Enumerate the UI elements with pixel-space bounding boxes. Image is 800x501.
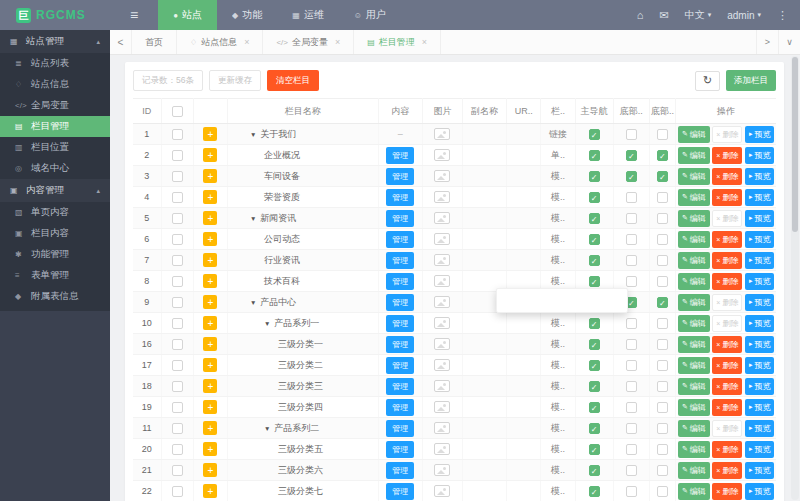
home-icon[interactable]: ⌂	[637, 9, 644, 21]
sidebar-item-站点列表[interactable]: ≣站点列表	[0, 53, 110, 74]
edit-button[interactable]: ✎编辑	[678, 147, 710, 164]
sidebar-item-全局变量[interactable]: </>全局变量	[0, 95, 110, 116]
bottom-nav-1-checkbox[interactable]	[626, 192, 637, 203]
preview-button[interactable]: ▸预览	[745, 399, 775, 416]
bottom-nav-2-checkbox[interactable]	[657, 339, 668, 350]
row-select-checkbox[interactable]	[172, 465, 183, 476]
bottom-nav-2-checkbox[interactable]	[657, 486, 668, 497]
row-select-checkbox[interactable]	[172, 213, 183, 224]
delete-button[interactable]: ×删除	[712, 441, 742, 458]
image-icon[interactable]	[434, 338, 450, 350]
edit-button[interactable]: ✎编辑	[678, 252, 710, 269]
image-icon[interactable]	[434, 296, 450, 308]
image-icon[interactable]	[434, 191, 450, 203]
bottom-nav-2-checkbox[interactable]	[657, 423, 668, 434]
sidebar-item-功能管理[interactable]: ✱功能管理	[0, 244, 110, 265]
add-child-button[interactable]: +	[203, 295, 217, 309]
image-icon[interactable]	[434, 212, 450, 224]
bottom-nav-1-checkbox[interactable]: ✓	[626, 171, 637, 182]
delete-button[interactable]: ×删除	[712, 399, 742, 416]
image-icon[interactable]	[434, 422, 450, 434]
row-select-checkbox[interactable]	[172, 486, 183, 497]
main-nav-checkbox[interactable]: ✓	[589, 213, 600, 224]
main-nav-checkbox[interactable]: ✓	[589, 192, 600, 203]
add-child-button[interactable]: +	[203, 337, 217, 351]
bottom-nav-1-checkbox[interactable]	[626, 423, 637, 434]
close-icon[interactable]: ×	[244, 37, 249, 47]
manage-content-button[interactable]: 管理	[386, 462, 414, 479]
bottom-nav-1-checkbox[interactable]	[626, 465, 637, 476]
bottom-nav-2-checkbox[interactable]	[657, 129, 668, 140]
bottom-nav-1-checkbox[interactable]	[626, 255, 637, 266]
delete-button[interactable]: ×删除	[712, 273, 742, 290]
preview-button[interactable]: ▸预览	[745, 210, 775, 227]
record-count-button[interactable]: 记录数：56条	[133, 70, 203, 91]
manage-content-button[interactable]: 管理	[386, 168, 414, 185]
edit-button[interactable]: ✎编辑	[678, 315, 710, 332]
row-select-checkbox[interactable]	[172, 297, 183, 308]
manage-content-button[interactable]: 管理	[386, 147, 414, 164]
image-icon[interactable]	[434, 464, 450, 476]
sidebar-section-站点管理[interactable]: ▦站点管理▴	[0, 30, 110, 53]
image-icon[interactable]	[434, 149, 450, 161]
preview-button[interactable]: ▸预览	[745, 126, 775, 143]
main-nav-checkbox[interactable]: ✓	[589, 234, 600, 245]
manage-content-button[interactable]: 管理	[386, 441, 414, 458]
image-icon[interactable]	[434, 170, 450, 182]
main-nav-checkbox[interactable]: ✓	[589, 360, 600, 371]
image-icon[interactable]	[434, 443, 450, 455]
add-column-button[interactable]: 添加栏目	[726, 70, 776, 91]
image-icon[interactable]	[434, 380, 450, 392]
edit-button[interactable]: ✎编辑	[678, 189, 710, 206]
tab-首页[interactable]: 首页	[132, 30, 177, 54]
row-select-checkbox[interactable]	[172, 276, 183, 287]
manage-content-button[interactable]: 管理	[386, 189, 414, 206]
topnav-item-功能[interactable]: ◆功能	[217, 0, 277, 30]
row-select-checkbox[interactable]	[172, 381, 183, 392]
topnav-item-用户[interactable]: ☺用户	[339, 0, 401, 30]
main-nav-checkbox[interactable]: ✓	[589, 150, 600, 161]
edit-button[interactable]: ✎编辑	[678, 273, 710, 290]
sidebar-item-站点信息[interactable]: ♢站点信息	[0, 74, 110, 95]
image-icon[interactable]	[434, 317, 450, 329]
preview-button[interactable]: ▸预览	[745, 147, 775, 164]
scrollbar-thumb[interactable]	[792, 57, 798, 232]
tabs-prev-button[interactable]: <	[110, 30, 132, 54]
edit-button[interactable]: ✎编辑	[678, 420, 710, 437]
edit-button[interactable]: ✎编辑	[678, 462, 710, 479]
bottom-nav-1-checkbox[interactable]	[626, 234, 637, 245]
bottom-nav-2-checkbox[interactable]	[657, 276, 668, 287]
add-child-button[interactable]: +	[203, 379, 217, 393]
image-icon[interactable]	[434, 485, 450, 497]
edit-button[interactable]: ✎编辑	[678, 336, 710, 353]
manage-content-button[interactable]: 管理	[386, 483, 414, 500]
bottom-nav-1-checkbox[interactable]	[626, 129, 637, 140]
add-child-button[interactable]: +	[203, 274, 217, 288]
manage-content-button[interactable]: 管理	[386, 357, 414, 374]
image-icon[interactable]	[434, 401, 450, 413]
row-select-checkbox[interactable]	[172, 444, 183, 455]
tab-全局变量[interactable]: </>全局变量×	[263, 30, 354, 54]
preview-button[interactable]: ▸预览	[745, 483, 775, 500]
main-nav-checkbox[interactable]: ✓	[589, 318, 600, 329]
add-child-button[interactable]: +	[203, 442, 217, 456]
manage-content-button[interactable]: 管理	[386, 294, 414, 311]
expand-icon[interactable]: ▼	[250, 131, 256, 138]
topnav-item-站点[interactable]: ●站点	[158, 0, 217, 30]
row-select-checkbox[interactable]	[172, 129, 183, 140]
manage-content-button[interactable]: 管理	[386, 378, 414, 395]
row-select-checkbox[interactable]	[172, 192, 183, 203]
close-icon[interactable]: ×	[422, 37, 427, 47]
main-nav-checkbox[interactable]: ✓	[589, 465, 600, 476]
sidebar-item-栏目内容[interactable]: ▣栏目内容	[0, 223, 110, 244]
row-select-checkbox[interactable]	[172, 234, 183, 245]
add-child-button[interactable]: +	[203, 148, 217, 162]
row-select-checkbox[interactable]	[172, 339, 183, 350]
bottom-nav-2-checkbox[interactable]	[657, 255, 668, 266]
delete-button[interactable]: ×删除	[712, 231, 742, 248]
bottom-nav-2-checkbox[interactable]	[657, 318, 668, 329]
user-dropdown[interactable]: admin ▾	[727, 10, 761, 21]
preview-button[interactable]: ▸预览	[745, 420, 775, 437]
preview-button[interactable]: ▸预览	[745, 252, 775, 269]
image-icon[interactable]	[434, 128, 450, 140]
